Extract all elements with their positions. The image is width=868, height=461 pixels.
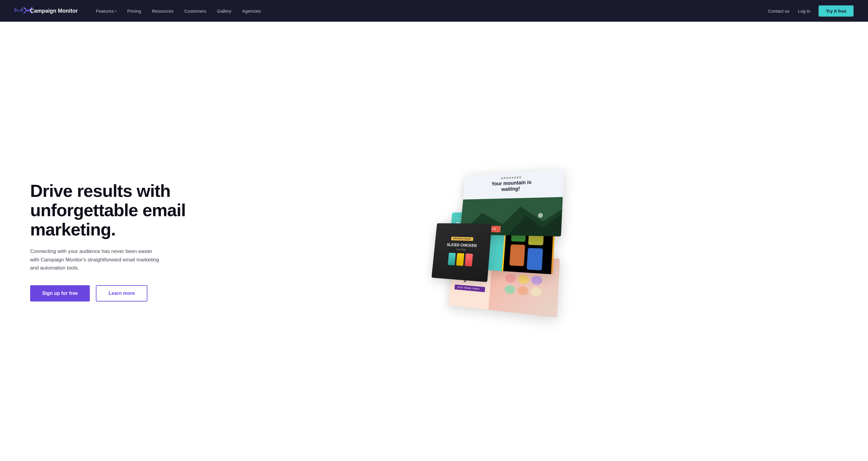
signup-button[interactable]: Sign up for free [30,285,90,302]
hero-subtitle: Connecting with your audience has never … [30,247,163,272]
nav-pricing[interactable]: Pricing [127,8,141,13]
card4-products-row [447,253,473,267]
hero-section: Drive results with unforgettable email m… [0,22,868,461]
contact-link[interactable]: Contact us [768,8,789,13]
login-link[interactable]: Log in [798,8,810,13]
brand-name: Campaign Monitor [30,8,78,14]
nav-resources[interactable]: Resources [152,8,174,13]
hero-title: Drive results with unforgettable email m… [30,181,187,239]
svg-line-2 [24,10,27,14]
macaron-grid [501,270,547,301]
macaron-5 [517,285,528,295]
macaron-4 [504,285,515,294]
macaron-2 [518,274,529,284]
email-card-travel: GROUNDED Your mountain iswaiting! [460,170,564,236]
nav-gallery[interactable]: Gallery [217,8,231,13]
try-free-button[interactable]: Try it free [818,5,854,17]
email-card-food: PROTEIN POUCH SLICED CHICKEN touch range [432,223,492,282]
nav-features[interactable]: Features ▾ [96,8,116,13]
email-stack: GROUNDED Your mountain iswaiting! [433,167,610,327]
macaron-1 [505,273,516,283]
card3-cta: PICK YOURS TODAY [455,284,485,292]
learn-more-button[interactable]: Learn more [96,285,147,302]
nav-customers[interactable]: Customers [184,8,207,13]
logo-icon [14,7,23,14]
hero-buttons: Sign up for free Learn more [30,285,187,302]
hero-visual: GROUNDED Your mountain iswaiting! [187,163,844,320]
nav-links: Features ▾ Pricing Resources Customers G… [96,8,768,13]
navigation: Campaign Monitor Features ▾ Pricing Reso… [0,0,868,22]
hero-content: Drive results with unforgettable email m… [30,181,187,302]
logo-link[interactable]: Campaign Monitor [14,7,78,14]
nav-right: Contact us Log in Try it free [768,5,854,17]
card4-product-1 [447,253,456,265]
macaron-6 [530,287,542,297]
chevron-down-icon: ▾ [115,9,116,13]
nav-agencies[interactable]: Agencies [242,8,261,13]
macaron-3 [531,275,542,285]
